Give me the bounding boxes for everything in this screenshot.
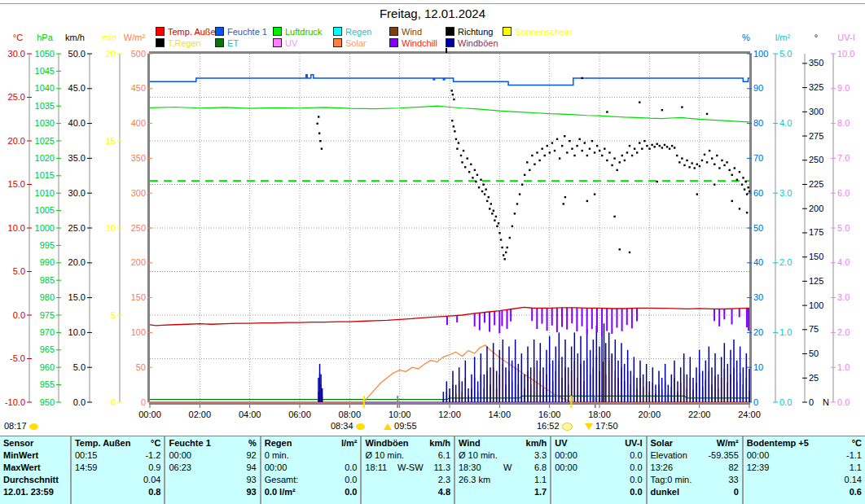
svg-text:%: %	[742, 33, 750, 42]
svg-text:995: 995	[40, 240, 55, 250]
summary-value	[687, 449, 709, 462]
svg-text:40.0: 40.0	[68, 118, 86, 128]
svg-text:50: 50	[753, 223, 763, 233]
summary-value	[577, 462, 630, 474]
summary-cell: 00:000.0	[555, 449, 642, 462]
summary-value	[459, 486, 534, 498]
axis-min: min05101520	[102, 33, 122, 407]
summary-value	[769, 462, 849, 474]
summary-row-label: 12.01. 23:59	[3, 486, 67, 498]
svg-text:18:00: 18:00	[588, 410, 611, 419]
svg-text:3.0: 3.0	[779, 188, 792, 198]
svg-text:06:00: 06:00	[288, 410, 311, 419]
summary-col-solar: SolarW/m²Elevation-59.35513:2682Tag:0 mi…	[648, 436, 744, 504]
summary-cell: 18:30W6.8	[459, 462, 547, 474]
svg-text:1040: 1040	[35, 83, 55, 93]
svg-text:hPa: hPa	[37, 33, 53, 42]
svg-text:20.0: 20.0	[68, 257, 86, 267]
summary-cell: 93	[169, 474, 256, 486]
svg-text:N: N	[823, 397, 829, 407]
svg-text:25.0: 25.0	[68, 223, 86, 233]
svg-text:1045: 1045	[35, 66, 55, 76]
axis-%: %0102030405060708090100	[742, 33, 768, 407]
summary-col-unit: UV-I	[625, 437, 642, 449]
summary-value: 0.0	[630, 462, 642, 474]
svg-text:0.0: 0.0	[837, 397, 850, 407]
summary-cell: Tag:0 min.33	[651, 474, 739, 486]
summary-value	[673, 462, 728, 474]
summary-value	[692, 474, 728, 486]
summary-table: SensorMinWertMaxWertDurchschnitt12.01. 2…	[0, 436, 865, 504]
svg-text:10:00: 10:00	[389, 410, 411, 419]
summary-value: 1.1	[534, 474, 547, 486]
gridlines	[150, 54, 749, 402]
summary-value: 00:00	[555, 449, 577, 462]
summary-value: 2.3	[438, 474, 450, 486]
svg-text:5: 5	[111, 310, 116, 320]
summary-value: 1.1	[850, 462, 862, 474]
summary-col-title: Wind	[459, 437, 481, 449]
svg-text:10: 10	[106, 223, 116, 233]
summary-value: 0.0	[630, 474, 642, 486]
svg-text:W/m²: W/m²	[124, 33, 146, 42]
summary-value: 13:26	[651, 462, 674, 474]
svg-text:250: 250	[809, 155, 823, 164]
axis-hPa: hPa9509559609659709759809859909951000100…	[35, 33, 61, 407]
summary-cell: Gesamt:0.0	[265, 474, 358, 486]
svg-text:15: 15	[106, 136, 116, 146]
summary-value: 00:00	[555, 462, 577, 474]
svg-text:24:00: 24:00	[738, 410, 761, 419]
summary-value: 1.7	[534, 486, 547, 498]
summary-value: 82	[729, 462, 739, 474]
summary-value: 00:15	[75, 449, 98, 462]
summary-value	[75, 474, 143, 486]
svg-text:30.0: 30.0	[8, 49, 25, 59]
summary-value	[747, 474, 845, 486]
summary-col-unit: l/m²	[341, 437, 358, 449]
summary-value	[769, 449, 846, 462]
svg-text:1025: 1025	[35, 136, 55, 146]
svg-text:22:00: 22:00	[688, 410, 711, 419]
summary-col-title: Solar	[651, 437, 674, 449]
summary-col-uv: UVUV-I00:000.000:000.00.00.0	[551, 436, 647, 504]
series-windb-en	[318, 323, 749, 402]
svg-text:50.0: 50.0	[68, 49, 86, 59]
sun-event-08-17: 08:17	[4, 421, 38, 431]
summary-value: 3.3	[534, 449, 547, 462]
summary-value: W-SW	[387, 462, 433, 474]
summary-value: 00:00	[747, 449, 770, 462]
sun-event-time: 16:52	[537, 421, 560, 431]
svg-text:300: 300	[809, 107, 823, 116]
summary-col-wind: Windkm/hØ 10 min.3.318:30W6.826.3 km1.11…	[455, 436, 551, 504]
summary-cell: 0.6	[747, 486, 862, 498]
svg-text:4.0: 4.0	[837, 257, 850, 267]
svg-text:500: 500	[131, 49, 146, 59]
svg-text:150: 150	[809, 252, 823, 261]
summary-cell: 0.04	[75, 474, 160, 486]
summary-cell: 13:2682	[651, 462, 739, 474]
sun-event-09-55: 09:55	[384, 421, 417, 431]
summary-value	[97, 449, 145, 462]
svg-text:950: 950	[40, 397, 55, 407]
sun-event-time: 08:17	[4, 421, 27, 431]
sun-event-time: 09:55	[394, 421, 417, 431]
summary-value: 94	[246, 462, 256, 474]
summary-col-title: Feuchte 1	[169, 437, 210, 449]
svg-text:150: 150	[131, 292, 146, 302]
svg-text:100: 100	[809, 300, 823, 310]
summary-cell: 0 min.	[265, 449, 358, 462]
summary-value: 93	[246, 474, 256, 486]
sun-event-16-52: 16:52	[537, 421, 573, 431]
summary-value: 0.0	[345, 474, 357, 486]
summary-col-unit: %	[248, 437, 257, 449]
summary-col-bodentemp-5: Bodentemp +5°C00:00-1.112:391.10.140.6	[744, 436, 865, 504]
sun-event-time: 08:34	[331, 421, 353, 431]
svg-text:2.0: 2.0	[837, 327, 850, 337]
summary-cell: 4.8	[365, 486, 450, 498]
sun-event-time: 17:50	[595, 421, 618, 431]
svg-text:15.0: 15.0	[8, 179, 25, 189]
svg-text:50: 50	[809, 348, 819, 358]
summary-col-unit: °C	[852, 437, 862, 449]
sunset-icon	[585, 423, 593, 430]
summary-value	[169, 486, 246, 498]
